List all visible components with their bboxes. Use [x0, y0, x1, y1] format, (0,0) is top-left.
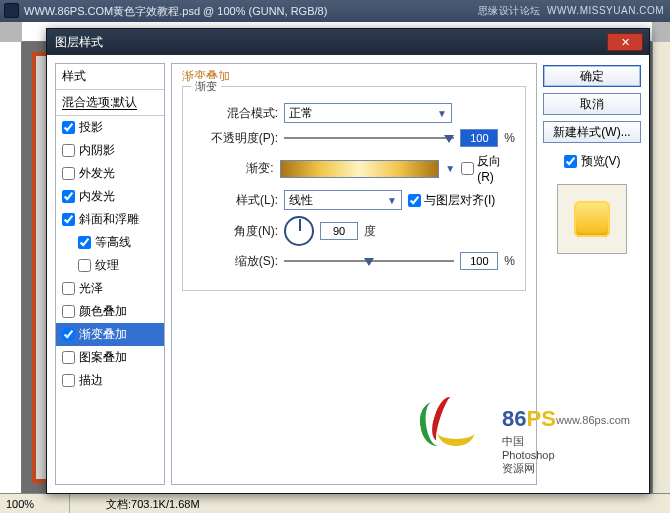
- zoom-level[interactable]: 100%: [0, 494, 70, 513]
- gradient-overlay-panel: 渐变叠加 渐变 混合模式: 正常 ▼ 不透明度(P): 100 %: [171, 63, 537, 485]
- style-label: 光泽: [79, 280, 103, 297]
- opacity-label: 不透明度(P):: [193, 130, 278, 147]
- style-item-6[interactable]: 纹理: [56, 254, 164, 277]
- style-item-2[interactable]: 外发光: [56, 162, 164, 185]
- style-label: 内阴影: [79, 142, 115, 159]
- angle-label: 角度(N):: [193, 223, 278, 240]
- preview-swatch: [557, 184, 627, 254]
- group-legend: 渐变: [191, 79, 221, 94]
- status-bar: 100% 文档:703.1K/1.68M: [0, 493, 670, 513]
- style-label: 描边: [79, 372, 103, 389]
- style-label: 渐变叠加: [79, 326, 127, 343]
- style-label: 样式(L):: [193, 192, 278, 209]
- document-title: WWW.86PS.COM黄色字效教程.psd @ 100% (GUNN, RGB…: [24, 5, 327, 17]
- style-item-10[interactable]: 图案叠加: [56, 346, 164, 369]
- scale-slider[interactable]: [284, 254, 454, 268]
- style-checkbox[interactable]: [62, 167, 75, 180]
- style-label: 等高线: [95, 234, 131, 251]
- chevron-down-icon[interactable]: ▼: [445, 163, 455, 174]
- style-item-1[interactable]: 内阴影: [56, 139, 164, 162]
- style-checkbox[interactable]: [62, 213, 75, 226]
- blend-options[interactable]: 混合选项:默认: [56, 90, 164, 116]
- style-checkbox[interactable]: [62, 190, 75, 203]
- scale-input[interactable]: 100: [460, 252, 498, 270]
- style-checkbox[interactable]: [62, 144, 75, 157]
- align-checkbox[interactable]: 与图层对齐(I): [408, 192, 495, 209]
- style-checkbox[interactable]: [62, 282, 75, 295]
- styles-header[interactable]: 样式: [56, 64, 164, 90]
- ruler-vertical: [0, 42, 22, 493]
- style-checkbox[interactable]: [62, 351, 75, 364]
- opacity-slider[interactable]: [284, 131, 454, 145]
- gradient-picker[interactable]: [280, 160, 440, 178]
- styles-list: 样式 混合选项:默认 投影内阴影外发光内发光斜面和浮雕等高线纹理光泽颜色叠加渐变…: [55, 63, 165, 485]
- chevron-down-icon: ▼: [387, 195, 397, 206]
- watermark: 86PS www.86ps.com 中国Photoshop资源网: [416, 388, 496, 448]
- style-label: 内发光: [79, 188, 115, 205]
- style-item-9[interactable]: 渐变叠加: [56, 323, 164, 346]
- style-label: 纹理: [95, 257, 119, 274]
- cancel-button[interactable]: 取消: [543, 93, 641, 115]
- style-item-3[interactable]: 内发光: [56, 185, 164, 208]
- style-checkbox[interactable]: [62, 305, 75, 318]
- style-checkbox[interactable]: [62, 121, 75, 134]
- style-item-7[interactable]: 光泽: [56, 277, 164, 300]
- ok-button[interactable]: 确定: [543, 65, 641, 87]
- style-label: 图案叠加: [79, 349, 127, 366]
- angle-input[interactable]: 90: [320, 222, 358, 240]
- style-checkbox[interactable]: [78, 236, 91, 249]
- layer-style-dialog: 图层样式 ✕ 样式 混合选项:默认 投影内阴影外发光内发光斜面和浮雕等高线纹理光…: [46, 28, 650, 494]
- photoshop-icon: [4, 3, 19, 18]
- scrollbar-vertical[interactable]: [652, 42, 670, 493]
- style-item-0[interactable]: 投影: [56, 116, 164, 139]
- style-label: 斜面和浮雕: [79, 211, 139, 228]
- doc-info: 文档:703.1K/1.68M: [70, 494, 200, 513]
- app-titlebar: WWW.86PS.COM黄色字效教程.psd @ 100% (GUNN, RGB…: [0, 0, 670, 22]
- style-item-4[interactable]: 斜面和浮雕: [56, 208, 164, 231]
- angle-dial[interactable]: [284, 216, 314, 246]
- style-checkbox[interactable]: [62, 374, 75, 387]
- blend-mode-select[interactable]: 正常 ▼: [284, 103, 452, 123]
- scale-label: 缩放(S):: [193, 253, 278, 270]
- new-style-button[interactable]: 新建样式(W)...: [543, 121, 641, 143]
- style-select[interactable]: 线性 ▼: [284, 190, 402, 210]
- style-label: 颜色叠加: [79, 303, 127, 320]
- blend-mode-label: 混合模式:: [193, 105, 278, 122]
- opacity-input[interactable]: 100: [460, 129, 498, 147]
- gradient-label: 渐变:: [193, 160, 274, 177]
- style-item-8[interactable]: 颜色叠加: [56, 300, 164, 323]
- style-item-5[interactable]: 等高线: [56, 231, 164, 254]
- chevron-down-icon: ▼: [437, 108, 447, 119]
- reverse-checkbox[interactable]: 反向(R): [461, 153, 515, 184]
- style-checkbox[interactable]: [62, 328, 75, 341]
- style-label: 投影: [79, 119, 103, 136]
- style-label: 外发光: [79, 165, 115, 182]
- style-item-11[interactable]: 描边: [56, 369, 164, 392]
- dialog-titlebar[interactable]: 图层样式 ✕: [47, 29, 649, 55]
- style-checkbox[interactable]: [78, 259, 91, 272]
- close-button[interactable]: ✕: [607, 33, 643, 51]
- dialog-title: 图层样式: [55, 35, 103, 49]
- preview-checkbox[interactable]: 预览(V): [543, 153, 641, 170]
